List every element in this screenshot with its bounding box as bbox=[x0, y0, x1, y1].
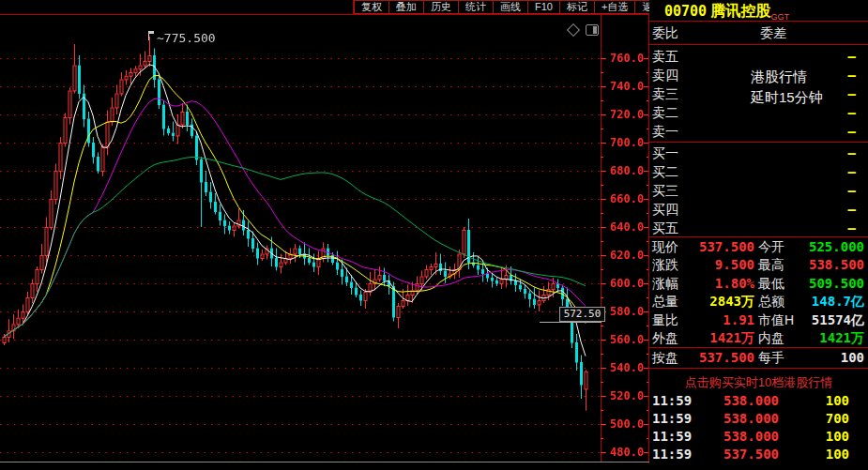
buy1-label: 买一 bbox=[652, 145, 678, 162]
divider bbox=[649, 368, 868, 369]
peak-price-label: ~775.500 bbox=[157, 31, 216, 45]
buy-row-1[interactable]: 买一 — bbox=[649, 144, 868, 163]
sell2-value: — bbox=[848, 105, 856, 120]
board-label: 按盘 bbox=[652, 350, 678, 367]
trade-tick-row: 11:59 537.500 100 bbox=[649, 447, 868, 464]
price-marker-label[interactable]: 572.50 bbox=[559, 307, 605, 322]
tick-volume: 700 bbox=[790, 411, 849, 426]
buy4-value: — bbox=[848, 202, 856, 217]
tick-price: 538.000 bbox=[706, 429, 779, 444]
sell1-label: 卖一 bbox=[652, 124, 678, 141]
info-label: 最高 bbox=[758, 257, 784, 274]
buy3-label: 买三 bbox=[652, 183, 678, 200]
info-value: 1.91 bbox=[687, 312, 754, 327]
sell4-label: 卖四 bbox=[652, 68, 678, 84]
buy5-label: 买五 bbox=[652, 220, 678, 237]
quote-panel: 00700 腾讯控股GGT 委比 委差 卖五 — 卖四 — 卖三 — 卖二 — … bbox=[649, 0, 868, 470]
tick-time: 11:59 bbox=[652, 411, 692, 426]
buy2-label: 买二 bbox=[652, 164, 678, 181]
divider bbox=[649, 142, 868, 143]
tick-volume: 100 bbox=[790, 429, 849, 444]
toolbar-button-fuquan[interactable]: 复权 bbox=[354, 0, 389, 14]
info-value: 1421万 bbox=[687, 330, 754, 347]
toolbar-button-huaxian[interactable]: 画线 bbox=[494, 0, 528, 14]
info-row: 涨幅1.80%最低509.500 bbox=[649, 275, 868, 293]
info-value: 9.500 bbox=[687, 257, 754, 272]
lot-label: 每手 bbox=[758, 350, 784, 367]
info-value: 509.500 bbox=[790, 276, 864, 291]
split-panel-icon[interactable] bbox=[586, 24, 599, 36]
info-row: 总量2843万总额148.7亿 bbox=[649, 293, 868, 311]
info-label: 市值H bbox=[758, 312, 794, 329]
stock-titlebar[interactable]: 00700 腾讯控股GGT bbox=[649, 2, 868, 21]
info-label: 总量 bbox=[652, 294, 678, 311]
divider bbox=[649, 347, 868, 348]
info-label: 外盘 bbox=[652, 330, 678, 347]
sell5-label: 卖五 bbox=[652, 49, 678, 66]
weibi-header: 委比 bbox=[652, 25, 678, 42]
stock-name: 腾讯控股 bbox=[711, 3, 771, 19]
trade-tick-row: 11:59 538.000 700 bbox=[649, 411, 868, 429]
trade-tick-row: 11:59 538.000 100 bbox=[649, 429, 868, 447]
buy-row-4[interactable]: 买四 — bbox=[649, 201, 868, 220]
toolbar-button-f10[interactable]: F10 bbox=[528, 0, 560, 14]
tick-price: 538.000 bbox=[706, 393, 779, 408]
stock-code: 00700 bbox=[664, 3, 707, 20]
hk-quote-notice-line1: 港股行情 bbox=[751, 68, 868, 86]
info-value: 51574亿 bbox=[790, 312, 864, 329]
toolbar-button-diejia[interactable]: 叠加 bbox=[389, 0, 424, 14]
info-row: 现价537.500今开525.000 bbox=[649, 238, 868, 256]
toolbar-button-lishi[interactable]: 历史 bbox=[424, 0, 459, 14]
info-label: 总额 bbox=[758, 294, 784, 311]
hk-quote-notice-line2: 延时15分钟 bbox=[751, 89, 868, 107]
info-label: 现价 bbox=[652, 239, 678, 256]
sell2-label: 卖二 bbox=[652, 105, 678, 122]
info-value: 525.000 bbox=[790, 239, 864, 254]
info-value: 537.500 bbox=[687, 239, 754, 254]
board-price: 537.500 bbox=[687, 350, 754, 365]
sell5-value: — bbox=[848, 49, 856, 64]
tick-time: 11:59 bbox=[652, 393, 692, 408]
info-label: 涨幅 bbox=[652, 276, 678, 293]
info-row: 外盘1421万内盘1421万 bbox=[649, 329, 868, 347]
divider bbox=[649, 236, 868, 237]
toolbar-button-zixuan[interactable]: +自选 bbox=[595, 0, 635, 14]
buy3-value: — bbox=[848, 183, 856, 198]
info-row: 涨跌9.500最高538.500 bbox=[649, 256, 868, 274]
info-value: 538.500 bbox=[790, 257, 864, 272]
info-value: 2843万 bbox=[687, 294, 754, 311]
app-window: 复权 叠加 历史 统计 画线 F10 标记 +自选 返回 ~775.500 57… bbox=[0, 0, 868, 470]
trade-tick-row: 11:59 538.000 100 bbox=[649, 393, 868, 411]
toolbar: 复权 叠加 历史 统计 画线 F10 标记 +自选 返回 bbox=[354, 0, 670, 14]
kline-chart-canvas[interactable] bbox=[0, 0, 649, 463]
price-marker-line bbox=[540, 322, 602, 323]
toolbar-button-biaoji[interactable]: 标记 bbox=[560, 0, 595, 14]
tick-volume: 100 bbox=[790, 393, 849, 408]
tick-volume: 100 bbox=[790, 447, 849, 462]
chart-bottom-border bbox=[0, 462, 649, 462]
divider bbox=[649, 44, 868, 45]
sell-row-5[interactable]: 卖五 — bbox=[649, 48, 868, 67]
info-row: 量比1.91市值H51574亿 bbox=[649, 311, 868, 329]
tick-price: 537.500 bbox=[706, 447, 779, 462]
buy-level10-promo-link[interactable]: 点击购买实时10档港股行情 bbox=[649, 374, 868, 391]
sell1-value: — bbox=[848, 124, 856, 139]
tick-time: 11:59 bbox=[652, 447, 692, 462]
buy-row-3[interactable]: 买三 — bbox=[649, 182, 868, 201]
sell3-label: 卖三 bbox=[652, 86, 678, 103]
buy1-value: — bbox=[848, 145, 856, 160]
board-lot-row: 按盘 537.500 每手 100 bbox=[649, 349, 868, 368]
info-label: 量比 bbox=[652, 312, 678, 329]
info-label: 内盘 bbox=[758, 330, 784, 347]
buy-row-2[interactable]: 买二 — bbox=[649, 163, 868, 182]
buy-row-5[interactable]: 买五 — bbox=[649, 220, 868, 238]
info-value: 148.7亿 bbox=[790, 294, 864, 311]
toolbar-button-tongji[interactable]: 统计 bbox=[459, 0, 494, 14]
info-label: 今开 bbox=[758, 239, 784, 256]
info-label: 最低 bbox=[758, 276, 784, 293]
sell-row-2[interactable]: 卖二 — bbox=[649, 104, 868, 123]
tick-time: 11:59 bbox=[652, 429, 692, 444]
info-value: 1.80% bbox=[687, 276, 754, 291]
sell-row-1[interactable]: 卖一 — bbox=[649, 123, 868, 142]
tick-price: 538.000 bbox=[706, 411, 779, 426]
